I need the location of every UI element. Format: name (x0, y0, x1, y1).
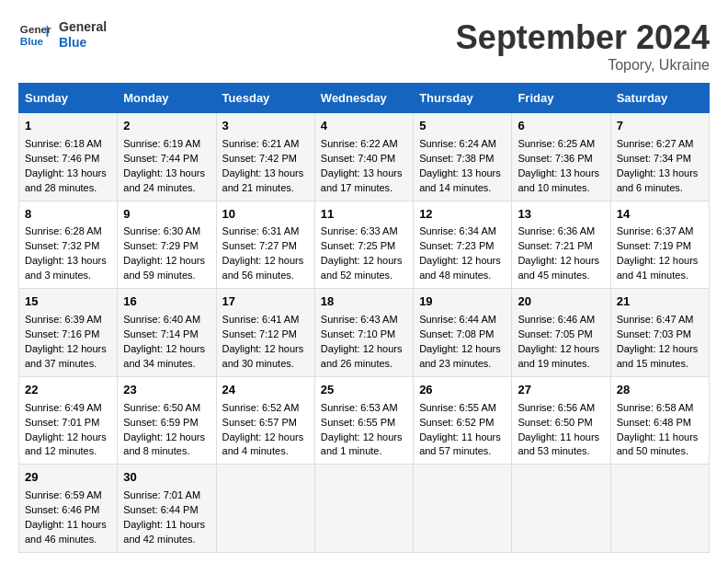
logo: General Blue General Blue (18, 18, 107, 52)
day-number: 16 (123, 293, 210, 311)
day-info: Sunset: 7:25 PM (321, 239, 407, 254)
day-info: Sunset: 7:40 PM (321, 152, 407, 167)
column-header-wednesday: Wednesday (314, 84, 413, 113)
title-block: September 2024 Topory, Ukraine (456, 18, 710, 74)
calendar-cell: 20Sunrise: 6:46 AMSunset: 7:05 PMDayligh… (512, 289, 610, 377)
day-number: 7 (617, 118, 703, 135)
day-info: and 50 minutes. (617, 444, 703, 459)
column-header-saturday: Saturday (610, 84, 709, 113)
calendar-cell: 29Sunrise: 6:59 AMSunset: 6:46 PMDayligh… (19, 465, 118, 553)
day-info: Daylight: 12 hours (419, 254, 506, 269)
calendar-cell (512, 465, 610, 553)
day-info: Sunset: 6:50 PM (518, 416, 604, 431)
calendar-cell: 14Sunrise: 6:37 AMSunset: 7:19 PMDayligh… (610, 201, 709, 289)
day-info: Sunrise: 6:36 AM (518, 224, 604, 239)
day-info: Sunrise: 6:41 AM (222, 313, 309, 327)
calendar-cell: 19Sunrise: 6:44 AMSunset: 7:08 PMDayligh… (414, 289, 512, 377)
day-info: Sunrise: 6:49 AM (25, 401, 111, 416)
day-info: Daylight: 13 hours (617, 167, 703, 181)
day-info: Daylight: 13 hours (321, 167, 407, 181)
day-info: and 59 minutes. (123, 269, 210, 283)
day-number: 9 (123, 206, 210, 224)
day-info: and 52 minutes. (321, 269, 407, 283)
day-info: Sunrise: 6:30 AM (123, 224, 210, 239)
day-info: Sunrise: 6:24 AM (419, 137, 506, 152)
day-number: 11 (321, 206, 407, 224)
calendar-cell: 3Sunrise: 6:21 AMSunset: 7:42 PMDaylight… (216, 113, 314, 201)
day-info: Sunrise: 6:25 AM (518, 137, 604, 152)
calendar-cell: 10Sunrise: 6:31 AMSunset: 7:27 PMDayligh… (216, 201, 314, 289)
day-info: Sunset: 7:14 PM (123, 327, 210, 342)
day-info: Sunrise: 6:34 AM (419, 224, 506, 239)
day-info: and 3 minutes. (25, 269, 111, 283)
day-info: Sunrise: 6:55 AM (419, 401, 506, 416)
column-header-thursday: Thursday (414, 84, 512, 113)
calendar-cell: 6Sunrise: 6:25 AMSunset: 7:36 PMDaylight… (512, 113, 610, 201)
calendar-cell: 24Sunrise: 6:52 AMSunset: 6:57 PMDayligh… (216, 376, 314, 465)
day-info: and 53 minutes. (518, 444, 604, 459)
day-info: Sunrise: 6:53 AM (321, 401, 407, 416)
day-info: Sunset: 7:12 PM (222, 327, 309, 342)
day-info: Daylight: 12 hours (518, 342, 604, 357)
day-info: Daylight: 12 hours (321, 431, 407, 445)
day-number: 25 (321, 382, 407, 399)
svg-text:Blue: Blue (20, 35, 44, 47)
day-info: Sunset: 7:46 PM (25, 152, 111, 167)
day-number: 27 (518, 382, 604, 399)
month-title: September 2024 (456, 18, 710, 57)
day-number: 18 (321, 293, 407, 311)
day-info: Sunrise: 6:39 AM (25, 313, 111, 327)
calendar-cell: 2Sunrise: 6:19 AMSunset: 7:44 PMDaylight… (118, 113, 216, 201)
column-header-friday: Friday (512, 84, 610, 113)
day-info: Sunset: 6:57 PM (222, 416, 309, 431)
day-info: Sunset: 7:01 PM (25, 416, 111, 431)
calendar-table: SundayMondayTuesdayWednesdayThursdayFrid… (18, 83, 710, 553)
day-info: Sunset: 7:44 PM (123, 152, 210, 167)
logo-general: General (59, 19, 107, 35)
day-info: and 14 minutes. (419, 181, 506, 196)
day-number: 30 (123, 469, 210, 487)
calendar-cell: 17Sunrise: 6:41 AMSunset: 7:12 PMDayligh… (216, 289, 314, 377)
day-info: Sunset: 7:05 PM (518, 327, 604, 342)
day-info: Sunset: 7:23 PM (419, 239, 506, 254)
day-info: Daylight: 11 hours (123, 518, 210, 533)
day-info: Sunrise: 6:22 AM (321, 137, 407, 152)
column-header-monday: Monday (118, 84, 216, 113)
calendar-cell: 25Sunrise: 6:53 AMSunset: 6:55 PMDayligh… (314, 376, 413, 465)
calendar-cell (216, 465, 314, 553)
day-info: Sunset: 7:27 PM (222, 239, 309, 254)
logo-blue: Blue (59, 35, 107, 51)
day-number: 15 (25, 293, 111, 311)
day-info: Daylight: 12 hours (617, 254, 703, 269)
day-info: Sunset: 7:38 PM (419, 152, 506, 167)
day-info: Daylight: 12 hours (321, 342, 407, 357)
calendar-cell: 21Sunrise: 6:47 AMSunset: 7:03 PMDayligh… (610, 289, 709, 377)
week-row-1: 1Sunrise: 6:18 AMSunset: 7:46 PMDaylight… (19, 113, 710, 201)
day-info: and 21 minutes. (222, 181, 309, 196)
day-info: Sunrise: 6:43 AM (321, 313, 407, 327)
day-number: 23 (123, 382, 210, 399)
day-info: and 12 minutes. (25, 444, 111, 459)
day-info: Daylight: 12 hours (222, 342, 309, 357)
day-info: Daylight: 12 hours (321, 254, 407, 269)
day-info: Daylight: 11 hours (419, 431, 506, 445)
week-row-3: 15Sunrise: 6:39 AMSunset: 7:16 PMDayligh… (19, 289, 710, 377)
day-info: Sunset: 7:36 PM (518, 152, 604, 167)
day-info: Sunrise: 6:31 AM (222, 224, 309, 239)
calendar-cell: 23Sunrise: 6:50 AMSunset: 6:59 PMDayligh… (118, 376, 216, 465)
day-info: Sunrise: 6:18 AM (25, 137, 111, 152)
day-info: Sunrise: 6:47 AM (617, 313, 703, 327)
day-number: 28 (617, 382, 703, 399)
day-info: Sunrise: 6:21 AM (222, 137, 309, 152)
day-info: Daylight: 13 hours (25, 167, 111, 181)
page-header: General Blue General Blue September 2024… (18, 18, 710, 74)
day-info: and 10 minutes. (518, 181, 604, 196)
calendar-cell: 1Sunrise: 6:18 AMSunset: 7:46 PMDaylight… (19, 113, 118, 201)
day-number: 13 (518, 206, 604, 224)
day-info: Daylight: 11 hours (518, 431, 604, 445)
day-info: Sunset: 6:55 PM (321, 416, 407, 431)
week-row-2: 8Sunrise: 6:28 AMSunset: 7:32 PMDaylight… (19, 201, 710, 289)
calendar-cell: 18Sunrise: 6:43 AMSunset: 7:10 PMDayligh… (314, 289, 413, 377)
day-info: Sunrise: 6:28 AM (25, 224, 111, 239)
calendar-cell: 13Sunrise: 6:36 AMSunset: 7:21 PMDayligh… (512, 201, 610, 289)
